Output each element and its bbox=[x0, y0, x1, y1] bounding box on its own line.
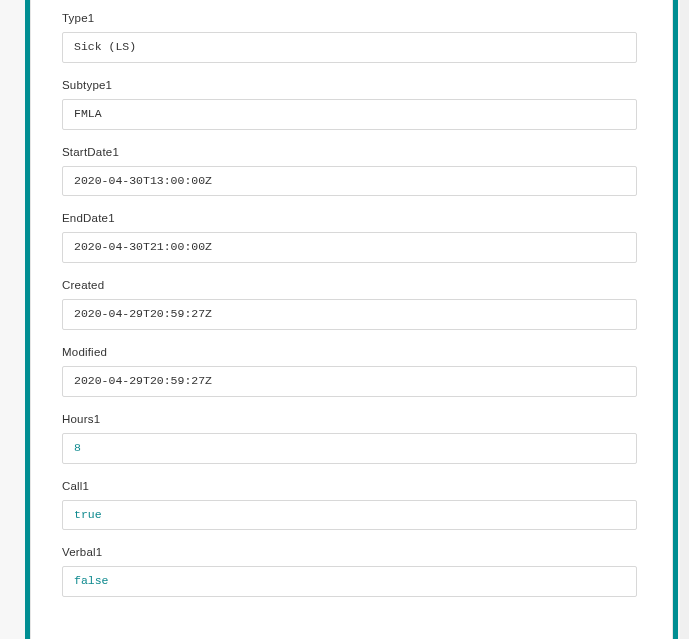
field-created: Created 2020-04-29T20:59:27Z bbox=[62, 279, 637, 330]
inner-panel: Type1 Sick (LS) Subtype1 FMLA StartDate1… bbox=[30, 0, 673, 639]
field-value: 2020-04-30T21:00:00Z bbox=[62, 232, 637, 263]
field-hours1: Hours1 8 bbox=[62, 413, 637, 464]
field-value: 2020-04-29T20:59:27Z bbox=[62, 299, 637, 330]
field-value: true bbox=[62, 500, 637, 531]
field-type1: Type1 Sick (LS) bbox=[62, 12, 637, 63]
page-scrollbar-track[interactable] bbox=[680, 0, 689, 639]
field-value: 2020-04-29T20:59:27Z bbox=[62, 366, 637, 397]
property-list: Type1 Sick (LS) Subtype1 FMLA StartDate1… bbox=[47, 0, 652, 639]
field-label: Modified bbox=[62, 346, 637, 358]
field-value: Sick (LS) bbox=[62, 32, 637, 63]
field-value: false bbox=[62, 566, 637, 597]
field-call1: Call1 true bbox=[62, 480, 637, 531]
field-label: StartDate1 bbox=[62, 146, 637, 158]
field-value: 2020-04-30T13:00:00Z bbox=[62, 166, 637, 197]
field-label: EndDate1 bbox=[62, 212, 637, 224]
field-subtype1: Subtype1 FMLA bbox=[62, 79, 637, 130]
field-verbal1: Verbal1 false bbox=[62, 546, 637, 597]
field-label: Type1 bbox=[62, 12, 637, 24]
field-label: Hours1 bbox=[62, 413, 637, 425]
field-value: FMLA bbox=[62, 99, 637, 130]
field-enddate1: EndDate1 2020-04-30T21:00:00Z bbox=[62, 212, 637, 263]
field-value: 8 bbox=[62, 433, 637, 464]
field-label: Created bbox=[62, 279, 637, 291]
panel-border-right bbox=[673, 0, 678, 639]
field-startdate1: StartDate1 2020-04-30T13:00:00Z bbox=[62, 146, 637, 197]
field-label: Verbal1 bbox=[62, 546, 637, 558]
field-label: Call1 bbox=[62, 480, 637, 492]
field-label: Subtype1 bbox=[62, 79, 637, 91]
field-modified: Modified 2020-04-29T20:59:27Z bbox=[62, 346, 637, 397]
